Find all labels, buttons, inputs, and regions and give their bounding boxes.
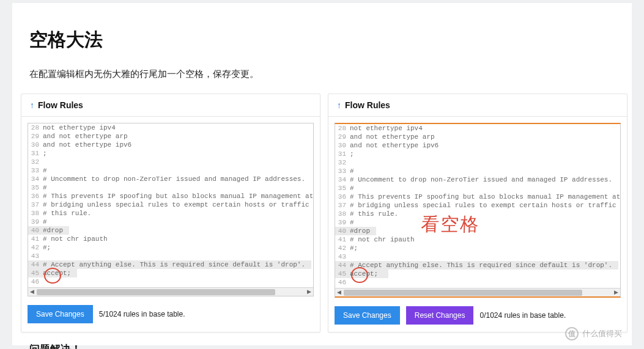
line-number: 37 bbox=[335, 201, 350, 210]
solved-heading: 问题解决！ bbox=[12, 332, 632, 349]
code-text[interactable]: and not ethertype ipv6 bbox=[43, 141, 138, 149]
code-text[interactable]: # bbox=[43, 166, 53, 175]
line-number: 36 bbox=[335, 193, 350, 201]
line-number: 34 bbox=[28, 175, 43, 183]
line-number: 38 bbox=[28, 209, 43, 218]
line-number: 32 bbox=[28, 158, 43, 166]
rule-count-text: 5/1024 rules in base table. bbox=[99, 310, 185, 318]
code-lines[interactable]: 28not ethertype ipv429and not ethertype … bbox=[28, 123, 313, 287]
code-text[interactable]: and not ethertype ipv6 bbox=[350, 141, 445, 150]
line-number: 44 bbox=[28, 260, 43, 269]
line-number: 34 bbox=[335, 175, 350, 184]
section-heading: 空格大法 bbox=[12, 3, 632, 53]
code-text[interactable] bbox=[43, 252, 49, 260]
code-text[interactable] bbox=[43, 277, 49, 286]
panel-header[interactable]: ↑ Flow Rules bbox=[21, 94, 320, 117]
code-text[interactable]: # Uncomment to drop non-ZeroTier issued … bbox=[350, 175, 618, 184]
line-number: 42 bbox=[335, 244, 350, 252]
code-text[interactable]: # This prevents IP spoofing but also blo… bbox=[350, 193, 620, 201]
line-number: 40 bbox=[335, 227, 350, 235]
save-changes-button[interactable]: Save Changes bbox=[28, 305, 93, 323]
scroll-thumb[interactable] bbox=[37, 289, 275, 295]
reset-changes-button[interactable]: Reset Changes bbox=[406, 306, 474, 325]
code-text[interactable]: # bbox=[350, 167, 360, 175]
code-text[interactable]: # bridging unless special rules to exemp… bbox=[43, 200, 313, 209]
code-text[interactable]: # bbox=[43, 183, 53, 192]
line-number: 46 bbox=[28, 277, 43, 286]
code-text[interactable] bbox=[350, 252, 356, 261]
code-text[interactable]: # Accept anything else. This is required… bbox=[350, 261, 618, 270]
scroll-thumb[interactable] bbox=[344, 290, 582, 296]
rule-count-text: 0/1024 rules in base table. bbox=[479, 311, 566, 320]
code-text[interactable]: ; bbox=[43, 149, 53, 158]
line-number: 41 bbox=[28, 235, 43, 243]
watermark-icon: 值 bbox=[565, 327, 579, 340]
line-number: 30 bbox=[335, 141, 350, 150]
line-number: 32 bbox=[335, 158, 350, 167]
panel-footer: Save Changes 5/1024 rules in base table. bbox=[21, 300, 320, 331]
line-number: 41 bbox=[335, 235, 350, 244]
code-text[interactable] bbox=[350, 278, 356, 287]
line-number: 31 bbox=[28, 149, 43, 158]
scroll-left-icon[interactable]: ◀ bbox=[30, 288, 34, 295]
code-lines[interactable]: 28not ethertype ipv429and not ethertype … bbox=[335, 124, 620, 288]
watermark-text: 什么值得买 bbox=[582, 328, 622, 339]
line-number: 45 bbox=[28, 269, 43, 277]
panel-title: Flow Rules bbox=[38, 100, 83, 110]
code-text[interactable]: #; bbox=[350, 244, 364, 252]
code-text[interactable]: # this rule. bbox=[43, 209, 97, 218]
line-number: 28 bbox=[28, 123, 43, 132]
site-watermark: 值 什么值得买 bbox=[565, 327, 622, 340]
scroll-right-icon[interactable]: ▶ bbox=[614, 289, 618, 295]
line-number: 37 bbox=[28, 200, 43, 209]
code-text[interactable]: not ethertype ipv4 bbox=[43, 123, 122, 132]
code-text[interactable]: and not ethertype arp bbox=[350, 133, 441, 141]
code-text[interactable]: ; bbox=[350, 150, 360, 158]
panel-header[interactable]: ↑ Flow Rules bbox=[328, 94, 627, 117]
line-number: 39 bbox=[28, 218, 43, 226]
code-text[interactable]: # bbox=[43, 218, 53, 226]
screenshot-pair: ↑ Flow Rules 28not ethertype ipv429and n… bbox=[12, 80, 632, 332]
save-changes-button[interactable]: Save Changes bbox=[335, 306, 400, 325]
flow-rules-panel-after: ↑ Flow Rules 28not ethertype ipv429and n… bbox=[328, 94, 627, 332]
code-editor[interactable]: 28not ethertype ipv429and not ethertype … bbox=[28, 123, 314, 296]
line-number: 43 bbox=[28, 252, 43, 260]
scroll-left-icon[interactable]: ◀ bbox=[337, 289, 341, 295]
code-text[interactable]: #drop bbox=[43, 226, 69, 235]
code-text[interactable]: # Accept anything else. This is required… bbox=[43, 260, 311, 269]
code-text[interactable]: # bridging unless special rules to exemp… bbox=[350, 201, 620, 210]
code-text[interactable]: accept; bbox=[350, 270, 388, 278]
collapse-arrow-icon: ↑ bbox=[30, 100, 34, 110]
code-text[interactable] bbox=[350, 158, 356, 167]
code-text[interactable]: # bbox=[350, 218, 360, 227]
line-number: 35 bbox=[335, 184, 350, 193]
horizontal-scrollbar[interactable]: ◀ ▶ bbox=[335, 288, 620, 296]
line-number: 45 bbox=[335, 270, 350, 278]
code-text[interactable]: not ethertype ipv4 bbox=[350, 124, 429, 133]
line-number: 31 bbox=[335, 150, 350, 158]
line-number: 46 bbox=[335, 278, 350, 287]
code-text[interactable]: # this rule. bbox=[350, 210, 404, 218]
line-number: 29 bbox=[335, 133, 350, 141]
horizontal-scrollbar[interactable]: ◀ ▶ bbox=[28, 287, 313, 296]
code-text[interactable] bbox=[43, 158, 49, 166]
code-text[interactable]: # not chr ipauth bbox=[43, 235, 114, 243]
code-text[interactable]: accept; bbox=[43, 269, 77, 277]
scroll-right-icon[interactable]: ▶ bbox=[307, 288, 311, 295]
code-editor-modified[interactable]: 28not ethertype ipv429and not ethertype … bbox=[335, 123, 621, 298]
code-text[interactable]: #drop bbox=[350, 227, 376, 235]
article-section: 空格大法 在配置编辑框内无伤大雅的行尾加一个空格，保存变更。 ↑ Flow Ru… bbox=[12, 3, 632, 345]
line-number: 42 bbox=[28, 243, 43, 252]
code-text[interactable]: # Uncomment to drop non-ZeroTier issued … bbox=[43, 175, 311, 183]
line-number: 28 bbox=[335, 124, 350, 133]
collapse-arrow-icon: ↑ bbox=[337, 100, 341, 110]
code-text[interactable]: and not ethertype arp bbox=[43, 132, 134, 141]
panel-title: Flow Rules bbox=[345, 100, 390, 110]
code-text[interactable]: # bbox=[350, 184, 360, 193]
code-text[interactable]: # This prevents IP spoofing but also blo… bbox=[43, 192, 313, 200]
code-text[interactable]: # not chr ipauth bbox=[350, 235, 421, 244]
line-number: 40 bbox=[28, 226, 43, 235]
line-number: 43 bbox=[335, 252, 350, 261]
line-number: 44 bbox=[335, 261, 350, 270]
code-text[interactable]: #; bbox=[43, 243, 57, 252]
